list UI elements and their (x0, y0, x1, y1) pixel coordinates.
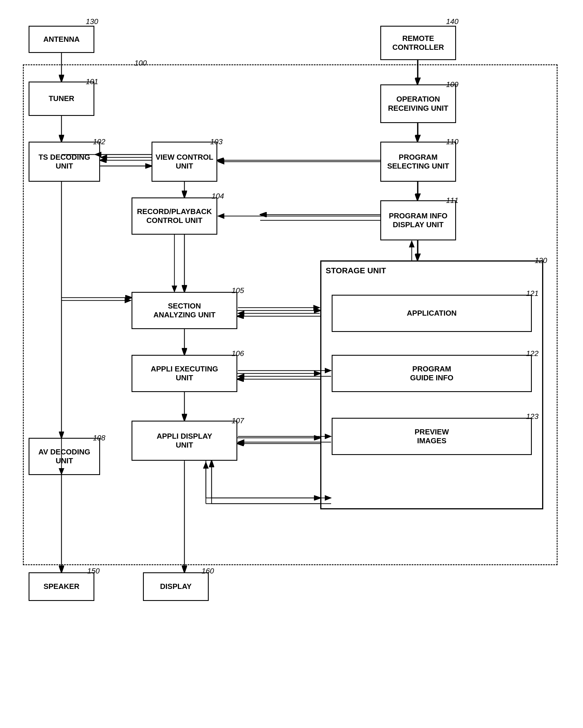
tuner-block: TUNER (29, 82, 94, 116)
program-selecting-ref: 110 (446, 137, 459, 146)
av-decoding-ref: 108 (93, 434, 105, 442)
speaker-ref: 150 (87, 567, 100, 575)
application-ref: 121 (526, 289, 538, 298)
ts-decoding-ref: 102 (93, 137, 105, 146)
program-guide-info-block: PROGRAMGUIDE INFO (332, 355, 532, 392)
record-playback-block: RECORD/PLAYBACKCONTROL UNIT (132, 198, 217, 235)
program-guide-info-ref: 122 (526, 349, 538, 358)
display-ref: 160 (201, 567, 214, 575)
diagram: ANTENNA 130 REMOTECONTROLLER 140 100 TUN… (11, 11, 572, 716)
appli-display-ref: 107 (231, 416, 244, 425)
appli-executing-block: APPLI EXECUTINGUNIT (132, 355, 237, 392)
program-selecting-block: PROGRAMSELECTING UNIT (380, 142, 456, 182)
tuner-ref: 101 (86, 77, 98, 86)
view-control-block: VIEW CONTROLUNIT (151, 142, 217, 182)
antenna-block: ANTENNA (29, 26, 94, 53)
section-analyzing-ref: 105 (231, 286, 244, 295)
storage-unit-ref: 120 (535, 256, 547, 265)
view-control-ref: 103 (210, 137, 222, 146)
appli-display-block: APPLI DISPLAYUNIT (132, 421, 237, 461)
operation-receiving-ref: 109 (446, 80, 459, 89)
antenna-ref: 130 (86, 17, 98, 26)
av-decoding-block: AV DECODING UNIT (29, 438, 100, 475)
display-block: DISPLAY (143, 572, 209, 601)
preview-images-block: PREVIEWIMAGES (332, 418, 532, 455)
system-ref: 100 (134, 59, 147, 68)
remote-controller-ref: 140 (446, 17, 459, 26)
section-analyzing-block: SECTIONANALYZING UNIT (132, 292, 237, 329)
application-block: APPLICATION (332, 295, 532, 332)
remote-controller-block: REMOTECONTROLLER (380, 26, 456, 60)
ts-decoding-block: TS DECODINGUNIT (29, 142, 100, 182)
preview-images-ref: 123 (526, 412, 538, 421)
program-info-display-ref: 111 (446, 196, 459, 205)
operation-receiving-block: OPERATIONRECEIVING UNIT (380, 84, 456, 123)
record-playback-ref: 104 (212, 192, 224, 201)
speaker-block: SPEAKER (29, 572, 94, 601)
program-info-display-block: PROGRAM INFODISPLAY UNIT (380, 200, 456, 240)
appli-executing-ref: 106 (231, 349, 244, 358)
